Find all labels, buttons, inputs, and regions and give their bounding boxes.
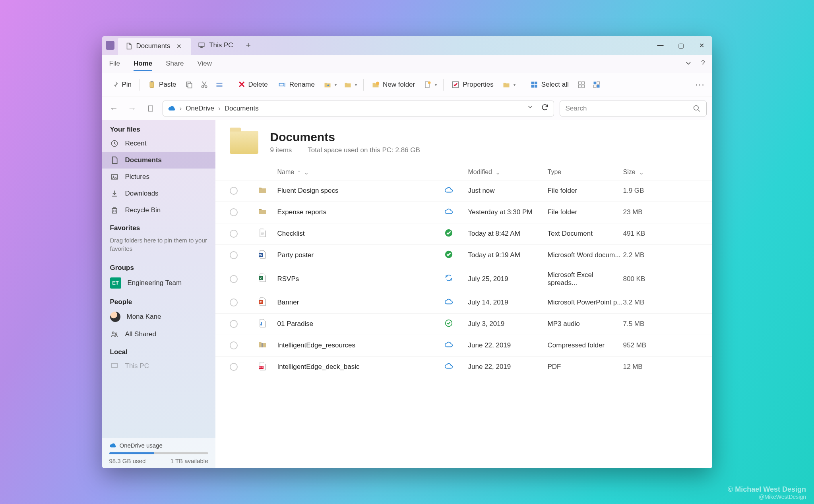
svg-rect-0 xyxy=(199,43,204,47)
table-row[interactable]: Fluent Design specsJust nowFile folder1.… xyxy=(215,180,712,202)
open-button[interactable]: ▾ xyxy=(499,78,519,91)
file-modified: June 22, 2019 xyxy=(468,363,548,371)
svg-rect-26 xyxy=(148,106,153,111)
file-type: Compressed folder xyxy=(548,341,623,349)
copyto-button[interactable]: ▾ xyxy=(341,78,360,91)
new-folder-icon xyxy=(372,81,380,89)
file-type-icon xyxy=(258,340,277,351)
table-row[interactable]: 01 ParadiseJuly 3, 2019MP3 audio7.5 MB xyxy=(215,313,712,335)
tab-thispc[interactable]: This PC xyxy=(191,36,240,55)
sidebar-allshared-item[interactable]: All Shared xyxy=(102,326,215,343)
usage-title: OneDrive usage xyxy=(120,442,163,449)
pc-icon xyxy=(198,42,205,49)
onedrive-icon xyxy=(109,442,116,449)
col-type[interactable]: Type xyxy=(548,169,623,176)
close-window-button[interactable]: ✕ xyxy=(692,36,712,55)
sidebar-group-item[interactable]: ETEngineering Team xyxy=(102,273,215,293)
copy-button[interactable] xyxy=(182,78,196,91)
maximize-button[interactable]: ▢ xyxy=(671,36,692,55)
breadcrumb[interactable]: › OneDrive › Documents xyxy=(163,101,554,116)
chevron-down-icon[interactable] xyxy=(527,103,534,113)
usage-used: 98.3 GB used xyxy=(109,457,146,464)
svg-point-30 xyxy=(112,175,114,176)
breadcrumb-item[interactable]: Documents xyxy=(225,105,259,112)
tab-documents[interactable]: Documents × xyxy=(118,38,191,55)
cut-button[interactable] xyxy=(197,78,211,91)
row-select[interactable] xyxy=(230,320,238,328)
table-row[interactable]: Expense reportsYesterday at 3:30 PMFile … xyxy=(215,202,712,223)
avatar xyxy=(110,312,120,322)
menu-file[interactable]: File xyxy=(109,57,120,71)
table-row[interactable]: WParty posterToday at 9:19 AMMicrosoft W… xyxy=(215,244,712,266)
document-icon xyxy=(110,156,119,165)
table-row[interactable]: PBannerJuly 14, 2019Microsoft PowerPoint… xyxy=(215,292,712,313)
sidebar-item-recent[interactable]: Recent xyxy=(102,135,215,152)
close-icon[interactable]: × xyxy=(174,42,184,51)
recycle-icon xyxy=(110,206,119,215)
chevron-down-icon[interactable] xyxy=(684,59,692,69)
rename-button[interactable]: Rename xyxy=(273,78,320,91)
sync-status-icon xyxy=(444,250,468,261)
sidebar-item-downloads[interactable]: Downloads xyxy=(102,185,215,202)
new-folder-button[interactable]: New folder xyxy=(367,78,420,91)
sidebar-person-item[interactable]: Mona Kane xyxy=(102,308,215,326)
moveto-button[interactable]: ▾ xyxy=(320,78,340,91)
sidebar-item-pictures[interactable]: Pictures xyxy=(102,169,215,185)
sidebar-item-recycle[interactable]: Recycle Bin xyxy=(102,202,215,219)
up-button[interactable] xyxy=(144,102,157,115)
col-modified[interactable]: Modified ⌄ xyxy=(468,169,548,176)
back-button[interactable]: ← xyxy=(108,102,120,115)
row-select[interactable] xyxy=(230,341,238,349)
row-select[interactable] xyxy=(230,230,238,238)
select-none-button[interactable] xyxy=(574,78,589,91)
new-item-button[interactable]: ▾ xyxy=(421,78,440,91)
menu-share[interactable]: Share xyxy=(166,57,184,71)
minimize-button[interactable]: — xyxy=(650,36,671,55)
svg-rect-8 xyxy=(216,85,222,87)
col-size[interactable]: Size ⌄ xyxy=(623,169,663,176)
delete-button[interactable]: ✕Delete xyxy=(233,77,273,92)
copy-path-button[interactable] xyxy=(212,78,227,91)
new-tab-button[interactable]: + xyxy=(240,36,256,55)
col-name[interactable]: Name ↑ ⌄ xyxy=(277,169,444,176)
refresh-icon[interactable] xyxy=(541,103,549,113)
row-select[interactable] xyxy=(230,208,238,216)
menu-home[interactable]: Home xyxy=(134,57,152,71)
sync-status-icon xyxy=(444,229,468,239)
table-row[interactable]: ChecklistToday at 8:42 AMText Document49… xyxy=(215,223,712,244)
onedrive-usage: OneDrive usage 98.3 GB used1 TB availabl… xyxy=(102,438,215,468)
svg-text:X: X xyxy=(260,277,262,280)
pin-button[interactable]: Pin xyxy=(106,78,137,91)
file-explorer-window: Documents × This PC + — ▢ ✕ File Home Sh… xyxy=(102,36,712,468)
paste-button[interactable]: Paste xyxy=(143,78,181,91)
section-local: Local xyxy=(102,343,215,358)
properties-button[interactable]: Properties xyxy=(447,78,498,91)
file-modified: Today at 9:19 AM xyxy=(468,251,548,259)
help-icon[interactable]: ? xyxy=(701,59,705,69)
table-row[interactable]: PDFIntelligentEdge_deck_basicJune 22, 20… xyxy=(215,356,712,378)
row-select[interactable] xyxy=(230,275,238,283)
file-name: IntelligentEdge_deck_basic xyxy=(277,363,444,371)
file-type-icon xyxy=(258,207,277,218)
forward-button[interactable]: → xyxy=(126,102,139,115)
breadcrumb-item[interactable]: OneDrive xyxy=(186,105,214,112)
row-select[interactable] xyxy=(230,299,238,306)
invert-selection-button[interactable] xyxy=(589,78,604,91)
search-input[interactable]: Search xyxy=(560,101,707,116)
menu-view[interactable]: View xyxy=(198,57,212,71)
file-type: PDF xyxy=(548,363,623,371)
more-button[interactable]: ··· xyxy=(692,77,708,92)
svg-rect-17 xyxy=(535,85,537,88)
rename-icon xyxy=(278,81,286,89)
section-people: People xyxy=(102,293,215,308)
row-select[interactable] xyxy=(230,187,238,195)
sidebar-thispc-item[interactable]: This PC xyxy=(102,358,215,374)
usage-bar xyxy=(109,452,208,454)
row-select[interactable] xyxy=(230,363,238,371)
select-all-button[interactable]: Select all xyxy=(525,78,574,91)
column-headers: Name ↑ ⌄ Modified ⌄ Type Size ⌄ xyxy=(215,165,712,180)
table-row[interactable]: XRSVPsJuly 25, 2019Microsoft Excel sprea… xyxy=(215,266,712,292)
table-row[interactable]: IntelligentEdge_resourcesJune 22, 2019Co… xyxy=(215,335,712,356)
sidebar-item-documents[interactable]: Documents xyxy=(102,152,215,169)
row-select[interactable] xyxy=(230,251,238,259)
